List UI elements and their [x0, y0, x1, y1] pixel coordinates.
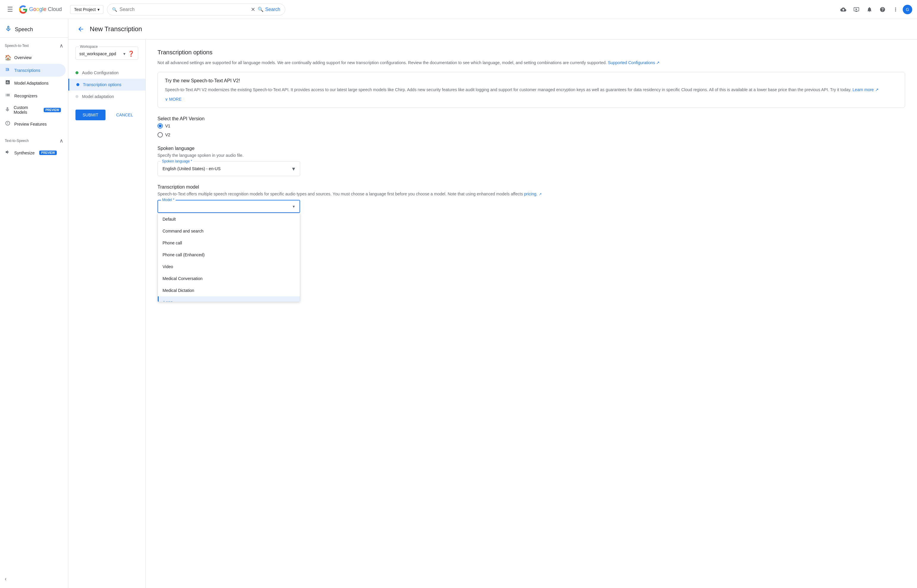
search-button[interactable]: 🔍 Search [258, 6, 280, 12]
workspace-help-icon[interactable]: ❓ [128, 50, 134, 57]
wizard-nav: Workspace sst_workspace_ppd ▾ ❓ [68, 39, 146, 588]
dropdown-item-medical-dictation[interactable]: Medical Dictation [158, 284, 300, 296]
google-cloud-logo: Google Cloud [19, 5, 62, 14]
sidebar-item-recognizers[interactable]: Recognizers [0, 89, 66, 102]
content-panel: Transcription options Not all advanced s… [146, 39, 917, 588]
dropdown-item-video[interactable]: Video [158, 261, 300, 273]
sidebar-item-overview[interactable]: 🏠 Overview [0, 52, 66, 64]
workspace-dropdown-icon[interactable]: ▾ [123, 52, 125, 56]
spoken-language-label: Spoken language [157, 146, 905, 151]
radio-v2[interactable]: V2 [157, 132, 905, 137]
model-dropdown-arrow-icon: ▾ [293, 204, 295, 209]
model-select-container[interactable]: Model * ▾ [157, 200, 300, 213]
model-dropdown-menu: Default Command and search Phone call Ph… [157, 213, 300, 302]
model-select-wrapper: Model * ▾ Default Command and search Pho… [157, 200, 300, 302]
overview-icon: 🏠 [5, 54, 11, 61]
cancel-button[interactable]: CANCEL [109, 110, 140, 120]
transcriptions-icon [5, 67, 11, 74]
more-link[interactable]: ∨ MORE [165, 97, 898, 102]
transcription-model-label: Transcription model [157, 184, 905, 190]
workspace-value: sst_workspace_ppd [79, 52, 116, 56]
recognizers-icon [5, 92, 11, 99]
tts-collapse-icon: ∧ [60, 137, 63, 144]
back-button[interactable] [76, 24, 86, 34]
avatar[interactable]: G [903, 5, 912, 14]
sidebar-item-synthesize[interactable]: Synthesize PREVIEW [0, 146, 66, 159]
search-btn-icon: 🔍 [258, 6, 264, 12]
workspace-section: Workspace sst_workspace_ppd ▾ ❓ [68, 47, 145, 67]
notifications-icon[interactable] [864, 3, 875, 15]
cloud-upload-icon[interactable] [837, 3, 849, 15]
workspace-label: Workspace [79, 45, 99, 49]
spoken-language-value: English (United States) - en-US [163, 166, 220, 171]
pricing-external-link-icon: ↗ [539, 192, 542, 196]
spoken-language-select[interactable]: Spoken language * English (United States… [157, 161, 300, 176]
supported-configs-link[interactable]: Supported Configurations ↗ [608, 60, 660, 65]
sidebar-product: Speech [0, 21, 68, 38]
section-title: Transcription options [157, 49, 905, 56]
google-cloud-logo-svg [19, 5, 27, 14]
model-field-label: Model * [161, 198, 176, 202]
project-dropdown-icon: ▾ [97, 7, 100, 12]
menu-icon[interactable]: ☰ [5, 3, 15, 16]
search-input[interactable]: speec [120, 7, 248, 12]
spoken-language-field-label: Spoken language * [161, 159, 193, 163]
dropdown-item-command-search[interactable]: Command and search [158, 225, 300, 237]
synthesize-preview-badge: PREVIEW [39, 150, 57, 155]
info-box-desc: Speech-to-Text API V2 modernizes the exi… [165, 86, 898, 93]
spoken-language-section: Spoken language Specify the language spo… [157, 146, 905, 176]
collapse-icon: ∧ [60, 42, 63, 49]
dropdown-item-long[interactable]: Long [158, 296, 300, 302]
topbar-icons: G [837, 3, 912, 15]
search-clear-icon[interactable]: ✕ [251, 6, 255, 13]
transcription-model-section: Transcription model Speech-to-Text offer… [157, 184, 905, 302]
search-bar: 🔍 speec ✕ 🔍 Search [107, 3, 285, 15]
help-icon[interactable] [877, 3, 888, 15]
main-content: New Transcription Workspace sst_workspac… [68, 19, 917, 588]
topbar: ☰ Google Cloud Test Project ▾ 🔍 speec ✕ … [0, 0, 917, 19]
info-box-title: Try the new Speech-to-Text API V2! [165, 78, 898, 84]
sidebar-collapse-btn[interactable]: ‹ [5, 576, 6, 582]
wizard-step-transcription[interactable]: Transcription options [68, 79, 145, 90]
project-selector[interactable]: Test Project ▾ [70, 5, 104, 14]
wizard-step-model[interactable]: Model adaptation [68, 90, 145, 102]
sidebar-item-model-adaptations[interactable]: Model Adaptations [0, 77, 66, 89]
sidebar-item-preview-features[interactable]: Preview Features [0, 118, 66, 130]
project-name: Test Project [74, 7, 96, 12]
transcription-model-sublabel: Speech-to-Text offers multiple speech re… [157, 192, 905, 196]
speech-product-icon [5, 25, 12, 34]
wizard-step-audio[interactable]: Audio Configuration [68, 67, 145, 79]
radio-v1-circle [157, 123, 163, 129]
dropdown-item-medical-conversation[interactable]: Medical Conversation [158, 273, 300, 284]
spoken-language-sublabel: Specify the language spoken in your audi… [157, 153, 905, 158]
section-desc: Not all advanced settings are supported … [157, 60, 905, 66]
more-vert-icon[interactable] [890, 3, 902, 15]
dropdown-item-phone-call[interactable]: Phone call [158, 237, 300, 249]
api-version-label: Select the API Version [157, 116, 905, 121]
sidebar-product-name: Speech [15, 26, 33, 33]
radio-v1[interactable]: V1 [157, 123, 905, 129]
pricing-link[interactable]: pricing. ↗ [524, 192, 542, 196]
dropdown-item-phone-call-enhanced[interactable]: Phone call (Enhanced) [158, 249, 300, 261]
sidebar: Speech Speech-to-Text ∧ 🏠 Overview Trans… [0, 19, 68, 588]
custom-models-preview-badge: PREVIEW [44, 108, 61, 112]
api-version-radio-group: V1 V2 [157, 123, 905, 137]
preview-features-icon [5, 121, 11, 128]
submit-button[interactable]: SUBMIT [76, 110, 105, 120]
spoken-language-arrow-icon: ▾ [292, 165, 295, 172]
chevron-down-icon: ∨ [165, 97, 168, 102]
cloud-play-icon[interactable] [851, 3, 862, 15]
dropdown-item-default[interactable]: Default [158, 213, 300, 225]
step-dot-model [76, 95, 78, 98]
sidebar-section-text-to-speech[interactable]: Text-to-Speech ∧ [0, 135, 68, 146]
sidebar-item-transcriptions[interactable]: Transcriptions [0, 64, 66, 77]
sidebar-item-custom-models[interactable]: Custom Models PREVIEW [0, 102, 66, 118]
custom-models-icon [5, 107, 10, 113]
api-version-section: Select the API Version V1 V2 [157, 116, 905, 137]
model-adaptations-icon [5, 79, 11, 86]
wizard: Workspace sst_workspace_ppd ▾ ❓ [68, 39, 917, 588]
sidebar-section-speech-to-text[interactable]: Speech-to-Text ∧ [0, 40, 68, 52]
search-icon: 🔍 [112, 7, 117, 12]
learn-more-link[interactable]: Learn more ↗ [852, 87, 878, 92]
model-select-value[interactable]: ▾ [158, 200, 299, 212]
